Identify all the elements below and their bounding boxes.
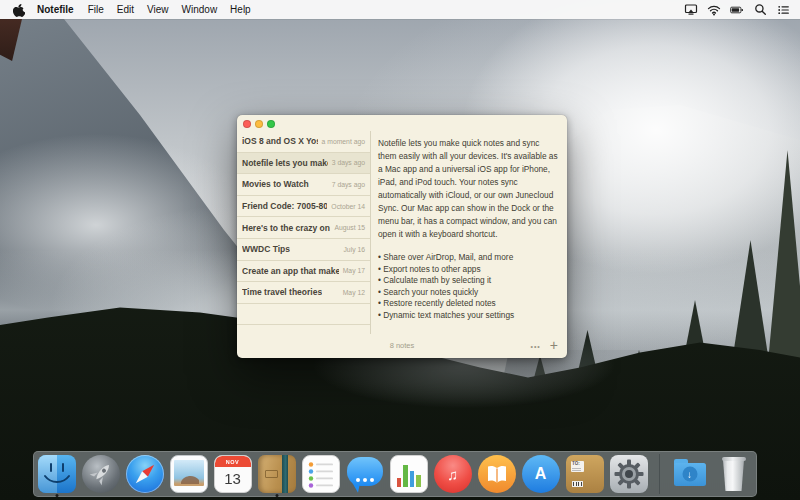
dock-item-safari[interactable] bbox=[126, 455, 164, 493]
note-title: Movies to Watch bbox=[242, 179, 309, 189]
menu-edit[interactable]: Edit bbox=[117, 4, 134, 15]
display-icon[interactable] bbox=[684, 3, 698, 17]
note-title: Notefile lets you make q… bbox=[242, 158, 328, 168]
dock-item-ibooks[interactable] bbox=[478, 455, 516, 493]
note-bullet: • Restore recently deleted notes bbox=[378, 298, 558, 310]
empty-row bbox=[237, 304, 370, 325]
close-button[interactable] bbox=[243, 120, 251, 128]
desktop: Notefile FileEditViewWindowHelp iOS 8 an… bbox=[0, 0, 800, 500]
window-titlebar[interactable] bbox=[237, 115, 567, 131]
note-date: a moment ago bbox=[318, 138, 365, 145]
note-bullet-list: • Share over AirDrop, Mail, and more• Ex… bbox=[378, 252, 558, 321]
shipping-label: TO: bbox=[571, 461, 584, 472]
running-indicator bbox=[55, 494, 58, 497]
battery-icon[interactable] bbox=[730, 3, 744, 17]
note-bullet: • Calculate math by selecting it bbox=[378, 275, 558, 287]
note-title: Here's to the crazy ones.… bbox=[242, 223, 330, 233]
deliveries-icon: TO: bbox=[566, 455, 604, 493]
window-body: iOS 8 and OS X Yose…a moment agoNotefile… bbox=[237, 131, 567, 334]
note-date: 3 days ago bbox=[328, 159, 365, 166]
note-title: iOS 8 and OS X Yose… bbox=[242, 136, 318, 146]
notification-center-icon[interactable] bbox=[776, 3, 790, 17]
dock-item-launchpad[interactable] bbox=[82, 455, 120, 493]
appstore-a-glyph: A bbox=[535, 465, 547, 483]
minimize-button[interactable] bbox=[255, 120, 263, 128]
apple-menu[interactable] bbox=[13, 3, 26, 17]
status-bar-buttons: ••• + bbox=[530, 334, 558, 358]
trash-icon bbox=[715, 455, 753, 493]
messages-icon bbox=[346, 455, 384, 493]
menu-view[interactable]: View bbox=[147, 4, 169, 15]
note-list-item[interactable]: iOS 8 and OS X Yose…a moment ago bbox=[237, 131, 370, 153]
spotlight-icon[interactable] bbox=[753, 3, 767, 17]
note-list-item[interactable]: Create an app that makes i…May 17 bbox=[237, 261, 370, 283]
reminders-icon bbox=[302, 455, 340, 493]
note-editor[interactable]: Notefile lets you make quick notes and s… bbox=[371, 131, 567, 334]
dock-item-messages[interactable] bbox=[346, 455, 384, 493]
dock-item-calendar[interactable]: NOV13 bbox=[214, 455, 252, 493]
note-title: WWDC Tips bbox=[242, 244, 290, 254]
note-bullet: • Search your notes quickly bbox=[378, 287, 558, 299]
dock-item-appstore[interactable]: A bbox=[522, 455, 560, 493]
itunes-icon: ♫ bbox=[434, 455, 472, 493]
mail-icon bbox=[170, 455, 208, 493]
dock-item-trash[interactable] bbox=[715, 455, 753, 493]
note-paragraph: Notefile lets you make quick notes and s… bbox=[378, 137, 558, 241]
menu-file[interactable]: File bbox=[88, 4, 104, 15]
note-bullet: • Export notes to other apps bbox=[378, 264, 558, 276]
dock-divider bbox=[659, 454, 660, 494]
dock-item-downloads[interactable]: ↓ bbox=[671, 455, 709, 493]
notes-list: iOS 8 and OS X Yose…a moment agoNotefile… bbox=[237, 131, 371, 334]
note-bullet: • Share over AirDrop, Mail, and more bbox=[378, 252, 558, 264]
ibooks-icon bbox=[478, 455, 516, 493]
running-indicator bbox=[275, 494, 278, 497]
downloads-icon: ↓ bbox=[671, 455, 709, 493]
menu-help[interactable]: Help bbox=[230, 4, 251, 15]
menu-bar-left: Notefile FileEditViewWindowHelp bbox=[0, 3, 264, 17]
dock-item-notefile[interactable] bbox=[258, 455, 296, 493]
dock-item-deliveries[interactable]: TO: bbox=[566, 455, 604, 493]
note-date: August 15 bbox=[330, 224, 365, 231]
download-arrow-glyph: ↓ bbox=[682, 467, 697, 482]
note-list-item[interactable]: WWDC TipsJuly 16 bbox=[237, 239, 370, 261]
dock-item-reminders[interactable] bbox=[302, 455, 340, 493]
appstore-icon: A bbox=[522, 455, 560, 493]
dock: NOV13♫ATO:↓ bbox=[33, 451, 757, 497]
wifi-icon[interactable] bbox=[707, 3, 721, 17]
calendar-icon: NOV13 bbox=[214, 455, 252, 493]
active-app-menu[interactable]: Notefile bbox=[37, 4, 74, 15]
add-note-button[interactable]: + bbox=[550, 338, 558, 354]
app-menus: FileEditViewWindowHelp bbox=[88, 4, 264, 15]
dock-item-finder[interactable] bbox=[38, 455, 76, 493]
note-date: 7 days ago bbox=[328, 181, 365, 188]
dock-items: NOV13♫ATO:↓ bbox=[34, 452, 756, 496]
note-list-item[interactable]: Movies to Watch7 days ago bbox=[237, 174, 370, 196]
dock-item-numbers[interactable] bbox=[390, 455, 428, 493]
apple-icon bbox=[13, 3, 25, 17]
note-date: October 14 bbox=[327, 203, 365, 210]
note-list-item[interactable]: Here's to the crazy ones.…August 15 bbox=[237, 217, 370, 239]
notefile-window: iOS 8 and OS X Yose…a moment agoNotefile… bbox=[237, 115, 567, 358]
dock-item-system-preferences[interactable] bbox=[610, 455, 648, 493]
note-list-item[interactable]: Time travel theoriesMay 12 bbox=[237, 282, 370, 304]
note-count-label: 8 notes bbox=[237, 341, 567, 350]
window-status-bar: 8 notes ••• + bbox=[237, 334, 567, 358]
dock-item-itunes[interactable]: ♫ bbox=[434, 455, 472, 493]
calendar-month: NOV bbox=[215, 456, 251, 467]
menu-window[interactable]: Window bbox=[182, 4, 218, 15]
launchpad-icon bbox=[82, 455, 120, 493]
numbers-icon bbox=[390, 455, 428, 493]
zoom-button[interactable] bbox=[267, 120, 275, 128]
calendar-day: 13 bbox=[215, 467, 251, 491]
system-preferences-icon bbox=[610, 455, 648, 493]
dock-item-mail[interactable] bbox=[170, 455, 208, 493]
note-date: May 12 bbox=[339, 289, 365, 296]
note-list-item[interactable]: Friend Code: 7005-8042…October 14 bbox=[237, 196, 370, 218]
note-date: May 17 bbox=[339, 267, 365, 274]
menu-bar-status-area bbox=[684, 3, 800, 17]
finder-icon bbox=[38, 455, 76, 493]
more-actions-button[interactable]: ••• bbox=[530, 343, 540, 350]
note-list-item[interactable]: Notefile lets you make q…3 days ago bbox=[237, 153, 370, 175]
note-bullet: • Dynamic text matches your settings bbox=[378, 310, 558, 322]
note-title: Friend Code: 7005-8042… bbox=[242, 201, 327, 211]
